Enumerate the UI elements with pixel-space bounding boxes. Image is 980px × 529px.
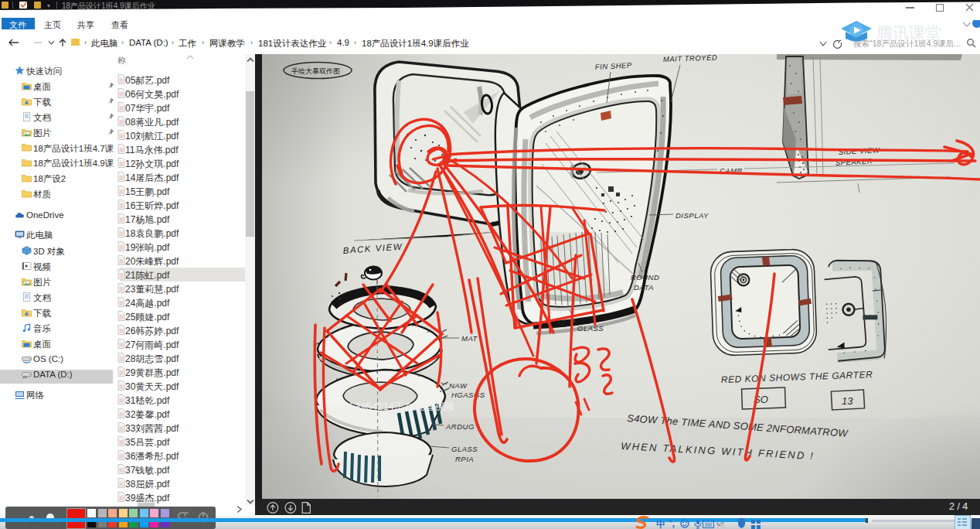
svg-text:HGASGS: HGASGS xyxy=(451,391,485,399)
svg-text:DATA: DATA xyxy=(634,283,654,292)
svg-text:手绘大暴双作图: 手绘大暴双作图 xyxy=(291,67,340,75)
svg-text:ROUND: ROUND xyxy=(631,273,659,282)
svg-text:GLASS: GLASS xyxy=(577,324,604,333)
svg-text:ARDUG: ARDUG xyxy=(445,422,475,431)
svg-text:RPIA: RPIA xyxy=(455,455,474,463)
svg-text:腾讯课堂: 腾讯课堂 xyxy=(876,24,941,42)
svg-text:13: 13 xyxy=(842,395,853,407)
svg-text:NAW: NAW xyxy=(449,381,468,390)
svg-text:DISPLAY: DISPLAY xyxy=(675,211,709,220)
svg-text:GLASS: GLASS xyxy=(451,445,478,453)
svg-text:MAT: MAT xyxy=(461,334,478,343)
